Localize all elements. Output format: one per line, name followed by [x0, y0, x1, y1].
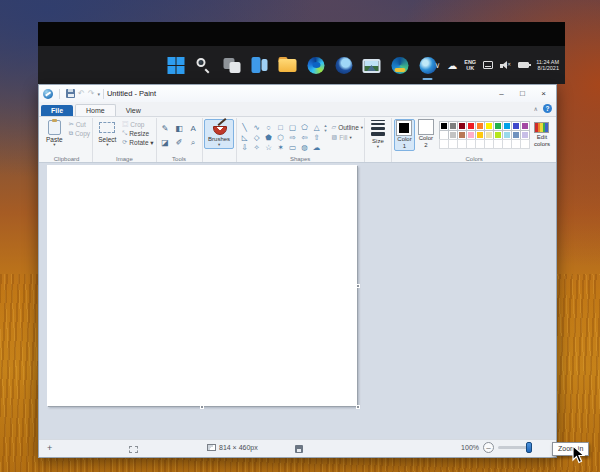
palette-swatch[interactable] [440, 122, 448, 130]
shape-rounded-rectangle[interactable]: ▢ [287, 122, 299, 132]
fill-with-color-tool[interactable]: ◧ [173, 122, 186, 135]
maximize-button[interactable]: □ [512, 86, 533, 101]
shape-right-triangle[interactable]: ◺ [239, 132, 251, 142]
widgets-button[interactable] [249, 50, 270, 80]
palette-swatch[interactable] [467, 122, 475, 130]
palette-swatch-empty[interactable] [521, 140, 529, 148]
fill-button[interactable]: ▨Fill▾ [332, 134, 364, 141]
volume-muted-icon[interactable]: ✕ [500, 61, 511, 70]
crop-button[interactable]: ⿴Crop [122, 121, 153, 128]
color2-button[interactable]: Color2 [417, 119, 435, 149]
palette-swatch[interactable] [494, 131, 502, 139]
eraser-tool[interactable]: ◪ [159, 136, 172, 149]
resize-handle-bottom[interactable] [200, 405, 204, 409]
title-bar[interactable]: ↶ ↷ ▾ Untitled - Paint – □ × [39, 85, 556, 102]
palette-swatch[interactable] [485, 122, 493, 130]
palette-swatch[interactable] [476, 122, 484, 130]
resize-handle-right[interactable] [356, 284, 360, 288]
language-indicator[interactable]: ENG UK [464, 59, 476, 71]
palette-swatch[interactable] [467, 131, 475, 139]
palette-swatch[interactable] [503, 131, 511, 139]
outline-button[interactable]: ▱Outline▾ [332, 124, 364, 131]
brushes-button[interactable]: Brushes ▾ [204, 119, 234, 149]
shape-arrow-right[interactable]: ⇨ [287, 132, 299, 142]
edge-button[interactable] [305, 50, 326, 80]
paste-button[interactable]: Paste ▾ [43, 119, 66, 148]
battery-icon[interactable] [518, 62, 529, 68]
shape-pentagon[interactable]: ⬟ [263, 132, 275, 142]
edit-colors-button[interactable]: Editcolors [532, 119, 552, 148]
shape-hexagon[interactable]: ⬡ [275, 132, 287, 142]
start-button[interactable] [165, 50, 186, 80]
qat-dropdown-icon[interactable]: ▾ [97, 91, 100, 97]
palette-swatch[interactable] [449, 122, 457, 130]
palette-swatch[interactable] [503, 122, 511, 130]
color1-button[interactable]: Color1 [394, 119, 414, 151]
clock[interactable]: 11:24 AM 8/1/2021 [536, 59, 559, 72]
shape-arrow-down[interactable]: ⇩ [239, 142, 251, 152]
magnifier-tool[interactable]: ⌕ [187, 136, 200, 149]
shape-oval[interactable]: ○ [263, 122, 275, 132]
minimize-button[interactable]: – [491, 86, 512, 101]
store-button[interactable] [333, 50, 354, 80]
palette-swatch[interactable] [485, 131, 493, 139]
palette-swatch-empty[interactable] [503, 140, 511, 148]
select-button[interactable]: Select ▾ [95, 119, 119, 148]
touch-keyboard-icon[interactable] [483, 61, 493, 69]
pencil-tool[interactable]: ✎ [159, 122, 172, 135]
palette-swatch-empty[interactable] [458, 140, 466, 148]
zoom-slider[interactable] [498, 446, 530, 449]
palette-swatch[interactable] [449, 131, 457, 139]
task-view-button[interactable] [221, 50, 242, 80]
shape-diamond[interactable]: ◇ [251, 132, 263, 142]
palette-swatch[interactable] [476, 131, 484, 139]
tab-view[interactable]: View [116, 105, 151, 117]
size-button[interactable]: Size ▾ [368, 119, 388, 150]
palette-swatch-empty[interactable] [494, 140, 502, 148]
shape-line[interactable]: ╲ [239, 122, 251, 132]
palette-swatch-empty[interactable] [512, 140, 520, 148]
close-button[interactable]: × [533, 86, 554, 101]
undo-icon[interactable]: ↶ [78, 89, 85, 98]
palette-swatch-empty[interactable] [485, 140, 493, 148]
shape-oval-callout[interactable]: ◍ [299, 142, 311, 152]
shape-arrow-left[interactable]: ⇦ [299, 132, 311, 142]
cut-button[interactable]: ✂Cut [69, 121, 90, 128]
copy-button[interactable]: ⧉Copy [69, 130, 90, 137]
palette-swatch[interactable] [521, 122, 529, 130]
shape-triangle[interactable]: △ [311, 122, 323, 132]
resize-handle-corner[interactable] [356, 405, 360, 409]
onedrive-cloud-icon[interactable]: ☁ [447, 60, 457, 71]
help-icon[interactable]: ? [543, 104, 552, 113]
collapse-ribbon-icon[interactable]: ∧ [534, 105, 538, 112]
edge-beta-button[interactable] [389, 50, 410, 80]
resize-button[interactable]: ⤡Resize [122, 130, 153, 137]
rotate-button[interactable]: ⟳Rotate ▾ [122, 139, 153, 146]
save-icon[interactable] [66, 89, 75, 98]
palette-swatch[interactable] [458, 122, 466, 130]
palette-swatch-empty[interactable] [440, 140, 448, 148]
palette-swatch-empty[interactable] [467, 140, 475, 148]
palette-swatch[interactable] [512, 131, 520, 139]
color-picker-tool[interactable]: ✐ [173, 136, 186, 149]
palette-swatch[interactable] [521, 131, 529, 139]
palette-swatch[interactable] [494, 122, 502, 130]
shape-rectangle[interactable]: □ [275, 122, 287, 132]
shape-four-point-star[interactable]: ✧ [251, 142, 263, 152]
photos-button[interactable] [361, 50, 382, 80]
palette-swatch[interactable] [458, 131, 466, 139]
palette-swatch[interactable] [512, 122, 520, 130]
paint-app-icon[interactable] [43, 89, 53, 99]
redo-icon[interactable]: ↷ [88, 89, 95, 98]
tab-file[interactable]: File [41, 105, 73, 117]
shape-cloud-callout[interactable]: ☁ [311, 142, 323, 152]
shape-five-point-star[interactable]: ☆ [263, 142, 275, 152]
file-explorer-button[interactable] [277, 50, 298, 80]
tray-chevron-icon[interactable]: ∨ [434, 61, 440, 70]
shape-arrow-up[interactable]: ⇧ [311, 132, 323, 142]
tab-home[interactable]: Home [75, 104, 116, 117]
drawing-canvas[interactable] [47, 165, 357, 406]
zoom-slider-thumb[interactable] [526, 442, 532, 453]
shape-curve[interactable]: ∿ [251, 122, 263, 132]
text-tool[interactable]: A [187, 122, 200, 135]
